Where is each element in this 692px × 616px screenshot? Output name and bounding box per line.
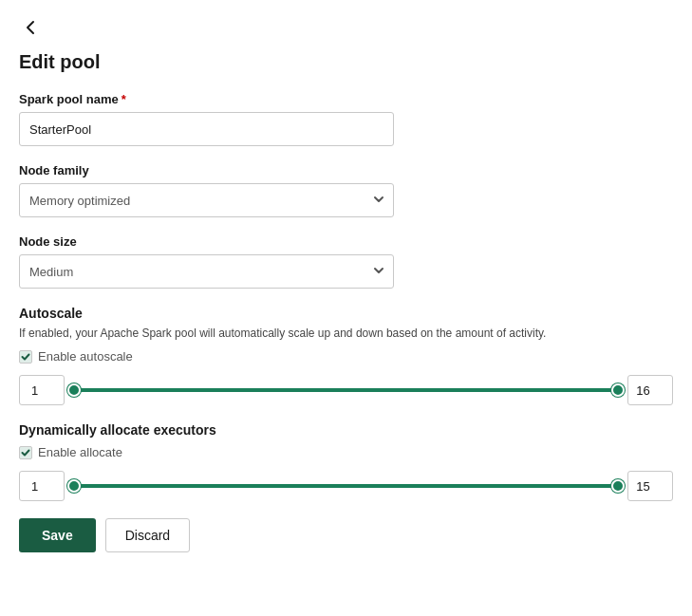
allocate-checkbox[interactable]	[19, 446, 32, 459]
node-size-select-wrapper: Small Medium Large XLarge XXLarge XXXLar…	[19, 254, 394, 289]
autoscale-slider-thumb-right[interactable]	[611, 383, 625, 397]
spark-pool-name-field: Spark pool name *	[19, 92, 673, 146]
autoscale-checkbox-row: Enable autoscale	[19, 349, 673, 364]
button-row: Save Discard	[19, 518, 673, 552]
autoscale-min-input[interactable]	[19, 375, 65, 405]
autoscale-max-input[interactable]	[627, 375, 673, 405]
node-family-field: Node family Memory optimized Compute opt…	[19, 163, 673, 217]
autoscale-section: Autoscale If enabled, your Apache Spark …	[19, 306, 673, 405]
back-button[interactable]	[19, 15, 44, 40]
autoscale-slider-track	[74, 388, 618, 392]
autoscale-slider-track-wrapper	[74, 381, 618, 400]
allocate-slider-thumb-left[interactable]	[67, 479, 81, 493]
autoscale-checkbox-label: Enable autoscale	[38, 349, 133, 364]
allocate-slider-track	[74, 484, 618, 488]
autoscale-slider-row	[19, 375, 673, 405]
node-family-label: Node family	[19, 163, 673, 177]
node-size-field: Node size Small Medium Large XLarge XXLa…	[19, 234, 673, 289]
allocate-min-input[interactable]	[19, 471, 65, 501]
discard-button[interactable]: Discard	[105, 518, 190, 552]
save-button[interactable]: Save	[19, 518, 96, 552]
autoscale-description: If enabled, your Apache Spark pool will …	[19, 325, 664, 342]
autoscale-slider-thumb-left[interactable]	[67, 383, 81, 397]
edit-pool-panel: Edit pool Spark pool name * Node family …	[0, 0, 692, 616]
allocate-slider-track-wrapper	[74, 476, 618, 495]
autoscale-checkbox[interactable]	[19, 350, 32, 364]
allocate-section: Dynamically allocate executors Enable al…	[19, 422, 673, 501]
allocate-slider-row	[19, 471, 673, 501]
spark-pool-name-label: Spark pool name *	[19, 92, 673, 106]
required-indicator: *	[122, 92, 126, 106]
node-family-select[interactable]: Memory optimized Compute optimized Gener…	[19, 183, 394, 217]
autoscale-title: Autoscale	[19, 306, 673, 321]
node-size-label: Node size	[19, 234, 673, 249]
allocate-checkbox-row: Enable allocate	[19, 445, 673, 459]
allocate-max-input[interactable]	[627, 471, 673, 501]
allocate-title: Dynamically allocate executors	[19, 422, 673, 438]
allocate-slider-thumb-right[interactable]	[611, 479, 625, 493]
node-family-select-wrapper: Memory optimized Compute optimized Gener…	[19, 183, 394, 217]
spark-pool-name-input[interactable]	[19, 112, 394, 146]
node-size-select[interactable]: Small Medium Large XLarge XXLarge XXXLar…	[19, 254, 394, 289]
allocate-checkbox-label: Enable allocate	[38, 445, 122, 459]
page-title: Edit pool	[19, 51, 673, 73]
